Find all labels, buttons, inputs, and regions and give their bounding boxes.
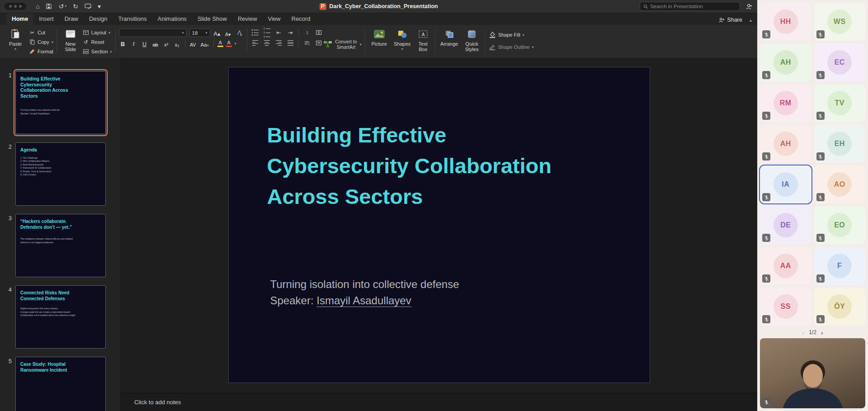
participant-initials: AH — [774, 132, 798, 156]
participant-tile[interactable]: RM — [760, 84, 811, 122]
paste-caret-icon: ▾ — [14, 47, 16, 51]
share-button[interactable]: Share — [718, 17, 742, 23]
bold-button[interactable]: B — [119, 39, 127, 47]
participant-tile[interactable]: AH — [760, 43, 811, 81]
align-left-button[interactable] — [250, 39, 259, 47]
shape-fill-button[interactable]: Shape Fill ▾ — [489, 31, 534, 39]
convert-smartart-button[interactable]: Convert to SmartArt ▾ — [323, 27, 361, 55]
slide-thumbnail-3[interactable]: “Hackers collaborate. Defenders don’t — … — [15, 214, 106, 277]
copy-button[interactable]: Copy ▾ — [29, 38, 53, 46]
participant-tile[interactable]: SS — [760, 288, 811, 326]
participant-tile[interactable]: ÖY — [814, 288, 866, 326]
undo-button[interactable]: ↺▾ — [58, 3, 66, 9]
align-center-button[interactable] — [262, 39, 271, 47]
shape-outline-button[interactable]: Shape Outline ▾ — [489, 43, 534, 51]
font-color-caret-icon[interactable]: ▾ — [235, 42, 236, 46]
page-next-icon[interactable]: › — [821, 329, 823, 336]
shapes-button[interactable]: Shapes ▾ — [392, 27, 413, 51]
participant-tile[interactable]: WS — [814, 3, 866, 41]
text-direction-button[interactable] — [302, 39, 311, 47]
indent-button[interactable]: ⇥ — [286, 28, 295, 37]
tab-record[interactable]: Record — [286, 13, 316, 25]
home-icon[interactable]: ⌂ — [36, 3, 39, 9]
tab-insert[interactable]: Insert — [33, 13, 59, 25]
font-name-combo[interactable]: ▾ — [119, 28, 187, 37]
self-video-tile[interactable] — [760, 338, 865, 408]
slide-thumbnail-1[interactable]: Building Effective Cybersecurity Collabo… — [15, 71, 106, 134]
strikethrough-button[interactable]: ab — [151, 39, 160, 47]
tab-transitions[interactable]: Transitions — [113, 13, 152, 25]
line-spacing-button[interactable]: ↕ — [302, 28, 311, 37]
subscript-button[interactable]: x₂ — [173, 39, 181, 47]
redo-icon[interactable]: ↻ — [73, 3, 78, 9]
participant-tile[interactable]: DE — [760, 206, 811, 244]
slide-title[interactable]: Building Effective Cybersecurity Collabo… — [267, 120, 557, 212]
format-painter-button[interactable]: Format — [29, 47, 53, 56]
columns-button[interactable] — [314, 28, 323, 37]
font-size-caret-icon: ▾ — [206, 31, 208, 35]
new-slide-button[interactable]: New Slide — [60, 27, 81, 52]
layout-button[interactable]: Layout ▾ — [83, 28, 112, 37]
underline-button[interactable]: U — [141, 39, 149, 47]
participant-tile-selected[interactable]: IA — [760, 165, 811, 203]
font-size-combo[interactable]: 18 ▾ — [189, 28, 210, 37]
change-case-button[interactable]: Aa▾ — [200, 39, 210, 47]
undo-caret-icon[interactable]: ▾ — [65, 5, 66, 8]
slide-subtitle[interactable]: Turning isolation into collective defens… — [270, 276, 459, 309]
search-box[interactable] — [640, 2, 740, 11]
participant-tile[interactable]: AO — [814, 165, 866, 203]
participant-tile[interactable]: AA — [760, 247, 811, 285]
window-controls[interactable] — [5, 3, 26, 10]
picture-button[interactable]: Picture — [368, 27, 390, 47]
text-box-button[interactable]: A Text Box — [415, 27, 432, 52]
quick-styles-button[interactable]: Quick Styles — [462, 27, 482, 52]
arrange-button[interactable]: Arrange — [439, 27, 460, 47]
save-icon[interactable] — [46, 3, 52, 9]
participant-tile[interactable]: EH — [814, 125, 866, 163]
participant-tile[interactable]: TV — [814, 84, 866, 122]
cut-button[interactable]: ✂ Cut — [29, 28, 53, 37]
customize-toolbar-icon[interactable] — [85, 4, 91, 9]
tab-view[interactable]: View — [263, 13, 286, 25]
shrink-font-button[interactable]: A▾ — [224, 29, 232, 37]
slide-canvas[interactable]: Building Effective Cybersecurity Collabo… — [228, 67, 650, 383]
participant-tile[interactable]: HH — [760, 3, 811, 41]
slide-thumbnail-2[interactable]: Agenda 1. The Challenge 2. Why Collabora… — [15, 142, 106, 206]
tab-home[interactable]: Home — [6, 13, 33, 25]
justify-button[interactable] — [286, 39, 295, 47]
italic-button[interactable]: I — [130, 39, 138, 47]
outdent-button[interactable]: ⇤ — [274, 28, 283, 37]
participant-tile[interactable]: EO — [814, 206, 866, 244]
paste-button[interactable]: Paste ▾ — [4, 27, 27, 51]
search-input[interactable] — [650, 4, 736, 9]
numbering-button[interactable] — [262, 28, 271, 37]
tab-slideshow[interactable]: Slide Show — [192, 13, 232, 25]
bullets-button[interactable] — [250, 28, 259, 37]
page-previous-icon[interactable]: ‹ — [802, 329, 804, 336]
toolbar-options-icon[interactable]: ▾ — [98, 3, 101, 9]
section-caret-icon: ▾ — [110, 50, 112, 54]
tab-design[interactable]: Design — [84, 13, 113, 25]
font-color-button[interactable]: A — [226, 40, 232, 47]
paragraph-group: ⇤ ⇥ ↕ — [250, 27, 323, 55]
section-button[interactable]: Section ▾ — [83, 47, 112, 56]
collapse-ribbon-icon[interactable]: ▴ — [747, 18, 755, 23]
tab-review[interactable]: Review — [232, 13, 263, 25]
participant-tile[interactable]: F — [814, 247, 866, 285]
reset-button[interactable]: ↺ Reset — [83, 38, 112, 46]
superscript-button[interactable]: x² — [162, 39, 170, 47]
tab-draw[interactable]: Draw — [59, 13, 84, 25]
align-text-button[interactable] — [314, 39, 323, 47]
participant-tile[interactable]: EC — [814, 43, 866, 81]
clear-formatting-icon[interactable] — [235, 29, 244, 37]
tab-animations[interactable]: Animations — [152, 13, 192, 25]
notes-pane[interactable]: Click to add notes — [121, 393, 757, 411]
slide-thumbnail-4[interactable]: Connected Risks Need Connected Defenses … — [15, 285, 106, 349]
align-right-button[interactable] — [274, 39, 283, 47]
text-highlight-button[interactable]: A — [217, 40, 223, 47]
account-icon[interactable] — [745, 3, 753, 10]
participant-tile[interactable]: AH — [760, 125, 811, 163]
slide-thumbnail-5[interactable]: Case Study: Hospital Ransomware Incident — [15, 357, 106, 411]
character-spacing-button[interactable]: AV — [189, 39, 197, 47]
grow-font-button[interactable]: A▴ — [213, 29, 222, 37]
